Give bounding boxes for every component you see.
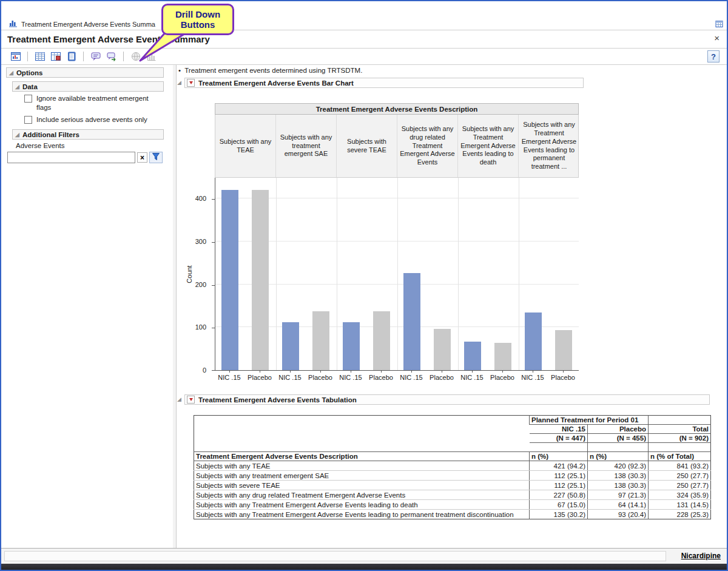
additional-filters-section-header[interactable]: ◢ Additional Filters [12, 129, 164, 140]
table-row: Subjects with any TEAE421 (94.2)420 (92.… [194, 461, 711, 471]
bar-placebo-col2[interactable] [312, 311, 329, 371]
y-tick-label: 300 [182, 238, 206, 245]
adverse-events-input[interactable] [7, 152, 135, 163]
options-header-label: Options [16, 69, 42, 76]
bar-chart-section-title: Treatment Emergent Adverse Events Bar Ch… [198, 79, 354, 87]
planned-treatment-spanner: Planned Treatment for Period 01 [530, 416, 649, 425]
x-tick-mark [351, 371, 351, 373]
chart-column-header: Subjects with any Treatment Emergent Adv… [519, 115, 579, 177]
x-tick-mark [442, 371, 442, 373]
disclosure-icon: ◢ [15, 84, 19, 90]
options-section-header[interactable]: ◢ Options [6, 67, 164, 78]
cell-value: 135 (30.2) [530, 510, 588, 519]
red-triangle-menu-button[interactable] [187, 79, 195, 87]
table-row: Subjects with any treatment emergent SAE… [194, 471, 711, 481]
checkbox-ignore-treatment-emergent-flags[interactable]: Ignore available treatment emergent flag… [24, 94, 159, 112]
row-label: Subjects with any Treatment Emergent Adv… [194, 510, 530, 519]
bar-nic-15-col6[interactable] [525, 313, 542, 370]
bar-nic-15-col1[interactable] [221, 190, 238, 371]
filter-funnel-button[interactable] [149, 152, 163, 163]
column-separator [458, 178, 459, 370]
column-separator [337, 178, 337, 370]
toolbar-separator [27, 52, 28, 61]
cell-value: 93 (20.4) [588, 510, 649, 519]
chart-column-header: Subjects with any Treatment Emergent Adv… [458, 115, 519, 177]
disclosure-icon[interactable]: ◢ [177, 396, 181, 402]
data-section-header[interactable]: ◢ Data [12, 81, 164, 92]
adverse-events-label: Adverse Events [16, 142, 65, 149]
x-tick-mark [381, 371, 382, 373]
cell-value: 131 (14.5) [649, 500, 711, 510]
bar-nic-15-col3[interactable] [343, 322, 360, 370]
group-n: (N = 902) [649, 434, 711, 443]
checkbox-serious-adverse-events-only[interactable]: Include serious adverse events only [24, 115, 164, 124]
status-bar: Nicardipine [1, 548, 727, 564]
cell-value: 324 (35.9) [649, 490, 711, 500]
table-row: Subjects with any drug related Treatment… [194, 490, 711, 500]
cell-value: 112 (25.1) [530, 481, 588, 490]
column-separator [397, 178, 398, 370]
table-row: Subjects with any Treatment Emergent Adv… [194, 510, 711, 519]
cell-value: 421 (94.2) [530, 461, 588, 471]
x-tick-mark [563, 371, 564, 373]
checkbox-box[interactable] [24, 116, 32, 124]
data-table-mini-icon[interactable] [715, 19, 723, 30]
group-header: Total [649, 425, 711, 434]
checkbox-box[interactable] [24, 95, 32, 103]
cell-value: 64 (14.1) [588, 500, 649, 510]
bar-chart-section-header: Treatment Emergent Adverse Events Bar Ch… [184, 78, 584, 88]
close-button[interactable]: × [714, 33, 720, 43]
x-tick-mark [229, 371, 230, 373]
data-table-icon-button[interactable] [33, 50, 47, 64]
status-message-area [4, 551, 666, 561]
report-icon-button[interactable] [8, 50, 22, 64]
callout-text-line1: Drill Down [175, 9, 220, 19]
y-tick-mark [212, 242, 215, 243]
bar-placebo-col4[interactable] [434, 329, 451, 371]
help-button[interactable]: ? [707, 50, 720, 63]
toolbar: ? [1, 49, 727, 65]
nicardipine-study-link[interactable]: Nicardipine [681, 552, 721, 560]
bar-placebo-col5[interactable] [494, 343, 511, 370]
panel-splitter[interactable] [173, 65, 177, 548]
bar-nic-15-col5[interactable] [464, 342, 481, 370]
send-notes-icon-button[interactable] [104, 50, 118, 64]
group-n: (N = 447) [530, 434, 588, 443]
chart-column-headers: Subjects with any TEAESubjects with any … [215, 115, 579, 178]
x-tick-mark [472, 371, 473, 373]
bar-nic-15-col2[interactable] [282, 322, 299, 370]
row-label: Subjects with severe TEAE [194, 481, 530, 490]
app-window: Treatment Emergent Adverse Events Summa … [0, 0, 728, 571]
trtsdtm-note: • Treatment emergent events determined u… [178, 67, 362, 74]
bar-placebo-col1[interactable] [252, 190, 269, 370]
y-tick-mark [212, 370, 215, 371]
disclosure-icon[interactable]: ◢ [177, 79, 181, 86]
data-header-label: Data [22, 83, 38, 90]
y-tick-mark [212, 199, 215, 200]
journal-icon-button[interactable] [64, 50, 78, 64]
y-tick-mark [212, 285, 215, 286]
bar-placebo-col6[interactable] [555, 330, 572, 370]
red-triangle-icon [189, 398, 193, 401]
tabulation-section-title: Treatment Emergent Adverse Events Tabula… [198, 396, 357, 404]
bar-nic-15-col4[interactable] [403, 273, 420, 370]
bar-chart: Treatment Emergent Adverse Events Descri… [215, 103, 579, 385]
x-tick-label: Placebo [545, 374, 581, 381]
column-separator [519, 178, 519, 370]
y-tick-mark [212, 328, 215, 328]
cell-value: 420 (92.3) [588, 461, 649, 471]
red-triangle-menu-button[interactable] [187, 396, 195, 404]
clear-filter-button[interactable]: × [137, 152, 147, 163]
bar-placebo-col3[interactable] [373, 311, 390, 371]
notes-icon-button[interactable] [89, 50, 103, 64]
cell-value: 138 (30.3) [588, 481, 649, 490]
chart-title-band: Treatment Emergent Adverse Events Descri… [215, 103, 579, 115]
x-tick-mark [533, 371, 533, 373]
cell-value: 841 (93.2) [649, 461, 711, 471]
table-row: Subjects with any Treatment Emergent Adv… [194, 500, 711, 510]
empty-header-cell [194, 416, 530, 452]
cell-value: 250 (27.7) [649, 481, 711, 490]
toolbar-separator [123, 52, 124, 61]
red-triangle-icon [189, 81, 193, 84]
table-subset-icon-button[interactable] [49, 50, 62, 64]
